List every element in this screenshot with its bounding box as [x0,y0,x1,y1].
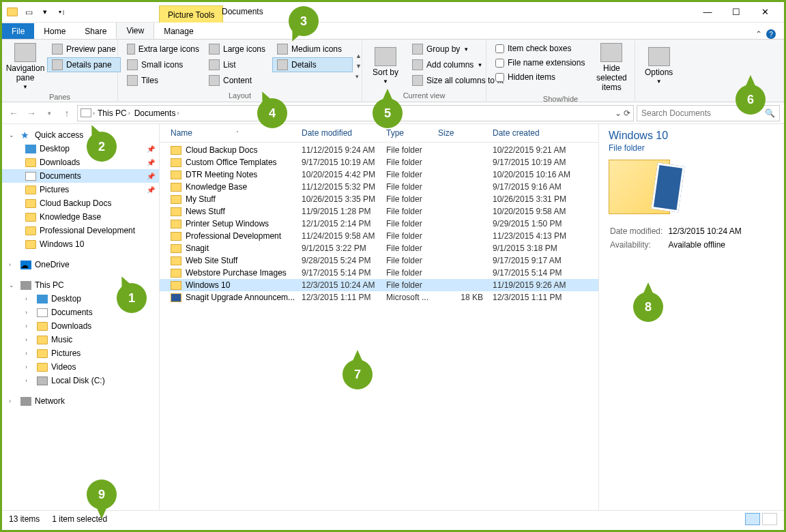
layout-content[interactable]: Content [204,73,272,88]
pin-icon: 📌 [147,159,155,166]
file-row[interactable]: Webstore Purchase Images9/17/2015 5:14 P… [160,267,598,279]
layout-scroll-down-icon[interactable]: ▼ [355,63,362,70]
file-list: Name˄ Date modified Type Size Date creat… [160,124,598,510]
layout-extra-large-icons[interactable]: Extra large icons [122,42,204,57]
navigation-pane-button[interactable]: Navigation pane▼ [6,42,44,91]
pin-icon: 📌 [147,145,155,153]
nav-qa-knowledge-base[interactable]: Knowledge Base [2,210,159,224]
breadcrumb-dropdown-icon[interactable]: ⌄ [615,108,622,118]
ribbon-collapse-icon[interactable]: ⌃ [755,29,762,39]
group-label-layout: Layout [122,90,358,102]
column-date-modified[interactable]: Date modified [302,128,386,138]
pin-icon: 📌 [147,186,155,194]
column-size[interactable]: Size [438,128,493,138]
layout-small-icons[interactable]: Small icons [122,57,204,72]
pin-icon: 📌 [147,173,155,180]
file-name-extensions[interactable]: File name extensions [491,56,590,70]
hidden-items[interactable]: Hidden items [491,70,590,84]
nav-qa-downloads[interactable]: Downloads📌 [2,156,159,169]
back-button[interactable]: ← [6,106,21,121]
tab-manage[interactable]: Manage [154,23,203,39]
tiles-icon [127,75,138,86]
file-row[interactable]: Windows 1012/3/2015 10:24 AMFile folder1… [160,279,598,291]
layout-medium-icons[interactable]: Medium icons [272,42,353,57]
column-name[interactable]: Name˄ [171,128,302,138]
layout-scroll-up-icon[interactable]: ▲ [355,53,362,59]
breadcrumb[interactable]: › This PC › Documents › ⌄ ⟳ [77,105,634,121]
nav-qa-documents[interactable]: Documents📌 [2,169,159,183]
file-row[interactable]: My Stuff10/26/2015 3:35 PMFile folder10/… [160,193,598,205]
nav-quick-access[interactable]: ⌄★Quick access [2,128,159,142]
content-icon [209,75,220,86]
view-details-icon[interactable] [745,513,760,525]
file-row[interactable]: Snagit9/1/2015 3:22 PMFile folder9/1/201… [160,242,598,254]
tab-view[interactable]: View [116,22,154,39]
folder-icon [171,232,181,241]
file-row[interactable]: News Stuff11/9/2015 1:28 PMFile folder10… [160,205,598,218]
tab-home[interactable]: Home [34,23,75,39]
hide-selected-icon [600,43,622,62]
file-row[interactable]: Custom Office Templates9/17/2015 10:19 A… [160,156,598,168]
view-thumbnails-icon[interactable] [762,513,777,525]
close-button[interactable]: ✕ [751,4,778,19]
file-row[interactable]: Cloud Backup Docs11/12/2015 9:24 AMFile … [160,144,598,156]
nav-qa-windows-10[interactable]: Windows 10 [2,237,159,251]
item-check-boxes[interactable]: Item check boxes [491,42,590,55]
hide-selected-button[interactable]: Hide selected items [592,42,630,93]
callout-7: 7 [343,359,373,389]
properties-icon[interactable]: ▭ [21,5,36,20]
folder-icon [171,244,181,253]
file-row[interactable]: Snagit Upgrade Announcem...12/3/2015 1:1… [160,291,598,304]
breadcrumb-documents[interactable]: Documents › [133,108,181,118]
contextual-tab-picture-tools[interactable]: Picture Tools [159,5,223,23]
help-icon[interactable]: ? [766,29,776,39]
up-button[interactable]: ↑ [59,106,74,121]
ribbon-tabs: File Home Share View Manage ⌃ ? [2,23,784,40]
file-row[interactable]: Professional Development11/24/2015 9:58 … [160,230,598,242]
nav-pc-pictures[interactable]: ›Pictures [2,346,159,360]
nav-qa-cloud-backup-docs[interactable]: Cloud Backup Docs [2,196,159,210]
nav-onedrive[interactable]: ›☁OneDrive [2,258,159,271]
preview-pane-button[interactable]: Preview pane [47,42,121,57]
forward-button[interactable]: → [24,106,39,121]
folder-icon [171,146,181,155]
nav-network[interactable]: ›Network [2,394,159,408]
file-row[interactable]: Web Site Stuff9/28/2015 5:24 PMFile fold… [160,254,598,267]
layout-details[interactable]: Details [272,57,353,72]
recent-locations-button[interactable]: ▾ [42,106,57,121]
layout-tiles[interactable]: Tiles [122,73,204,88]
refresh-icon[interactable]: ⟳ [624,108,630,118]
preview-pane-icon [52,44,63,55]
options-icon [648,47,670,66]
details-type: File folder [609,143,774,153]
tab-share[interactable]: Share [75,23,116,39]
minimize-button[interactable]: — [694,4,721,19]
nav-qa-pictures[interactable]: Pictures📌 [2,183,159,196]
file-row[interactable]: Knowledge Base11/12/2015 5:32 PMFile fol… [160,181,598,193]
folder-icon [25,158,36,167]
nav-qa-professional-development[interactable]: Professional Development [2,224,159,237]
file-row[interactable]: Printer Setup Windows12/1/2015 2:14 PMFi… [160,218,598,230]
column-date-created[interactable]: Date created [493,128,588,138]
nav-pc-videos[interactable]: ›Videos [2,360,159,374]
options-button[interactable]: Options▼ [639,42,678,90]
file-row[interactable]: DTR Meeting Notes10/20/2015 4:42 PMFile … [160,168,598,181]
tab-file[interactable]: File [2,23,34,39]
nav-pc-downloads[interactable]: ›Downloads [2,319,159,333]
maximize-button[interactable]: ☐ [723,4,750,19]
nav-pc-local-disk-c-[interactable]: ›Local Disk (C:) [2,374,159,387]
sort-by-button[interactable]: Sort by▼ [366,42,405,90]
nav-pc-music[interactable]: ›Music [2,333,159,346]
column-type[interactable]: Type [386,128,438,138]
layout-expand-icon[interactable]: ▾ [355,73,362,80]
breadcrumb-this-pc[interactable]: This PC › [96,108,132,118]
folder-icon [37,376,48,385]
nav-qa-desktop[interactable]: Desktop📌 [2,142,159,156]
folder-icon [171,220,181,228]
new-folder-icon[interactable]: ▾ [38,5,53,20]
details-pane-button[interactable]: Details pane [47,57,121,72]
folder-icon [25,172,36,181]
layout-list[interactable]: List [204,57,272,72]
qat-dropdown-icon[interactable]: ▾ | [54,5,69,20]
layout-large-icons[interactable]: Large icons [204,42,272,57]
